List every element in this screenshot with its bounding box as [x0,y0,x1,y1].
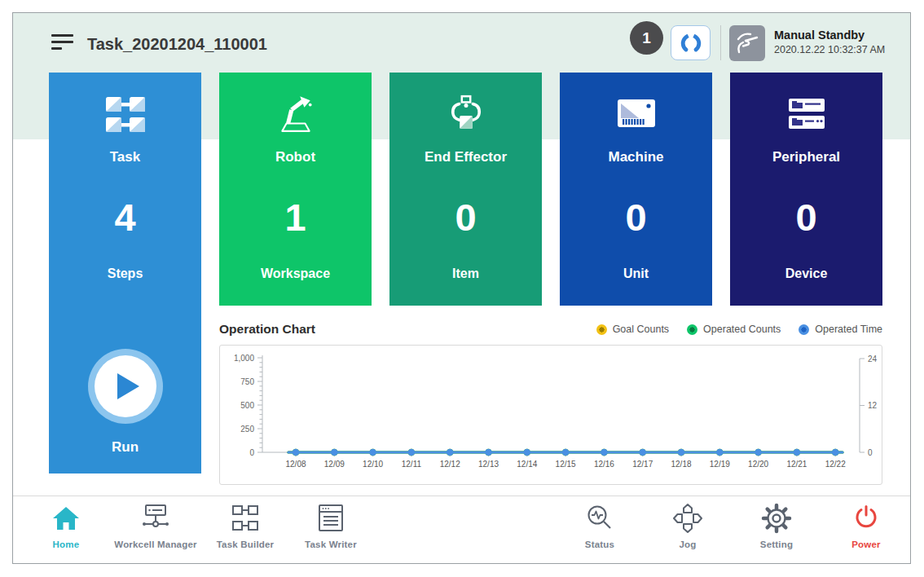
legend-label: Operated Time [815,324,882,335]
hand-gesture-icon [733,29,761,57]
card-value: 4 [49,195,201,240]
topbar-divider [720,25,721,60]
card-title: End Effector [389,149,542,165]
svg-text:12/17: 12/17 [632,460,653,469]
card-unit: Workspace [219,266,372,281]
nav-label: Home [53,540,80,549]
card-title: Task [49,149,201,165]
setting-icon [761,502,792,535]
operated-counts-dot-icon [687,324,697,335]
svg-text:750: 750 [240,377,254,386]
svg-text:12/12: 12/12 [440,460,460,469]
svg-text:500: 500 [240,401,254,410]
manual-mode-button[interactable] [729,25,765,61]
svg-text:12/16: 12/16 [594,460,614,469]
legend-operated-time[interactable]: Operated Time [799,324,882,335]
nav-label: Jog [679,540,696,549]
menu-button[interactable] [51,32,74,53]
card-value: 0 [560,195,712,240]
svg-text:12/09: 12/09 [324,460,345,469]
svg-text:12/20: 12/20 [748,460,768,469]
play-icon [95,355,156,417]
status-icon [584,502,615,535]
goal-counts-dot-icon [596,324,607,335]
card-title: Peripheral [730,149,882,165]
svg-text:12/15: 12/15 [556,460,576,469]
task-builder-icon [227,502,263,535]
nav-power[interactable]: Power [805,502,924,549]
card-machine[interactable]: Machine 0 Unit [560,73,712,306]
card-end-effector[interactable]: End Effector 0 Item [389,73,542,306]
home-icon [51,502,81,535]
svg-text:24: 24 [868,355,878,363]
card-value: 0 [730,195,882,240]
nav-label: Setting [760,540,793,549]
card-value: 0 [389,195,542,240]
svg-text:12/19: 12/19 [710,460,730,469]
nav-label: Power [851,540,881,549]
nav-label: Status [585,540,614,549]
status-timestamp: 2020.12.22 10:32:37 AM [774,44,885,55]
svg-text:12: 12 [868,401,878,410]
run-button[interactable] [88,349,163,424]
card-unit: Unit [560,266,712,281]
card-unit: Device [730,266,882,281]
svg-text:12/18: 12/18 [671,460,691,469]
card-peripheral[interactable]: Peripheral 0 Device [730,73,882,306]
run-label: Run [49,439,201,456]
robot-mode-button[interactable] [671,25,711,60]
notification-badge[interactable]: 1 [630,21,663,55]
svg-text:0: 0 [249,448,254,457]
task-writer-icon [315,502,347,535]
power-icon [851,502,881,535]
nav-task-writer[interactable]: Task Writer [270,502,392,549]
operation-chart: 02505007501,00012/0812/0912/1012/1112/12… [219,345,882,485]
svg-text:12/14: 12/14 [517,460,537,469]
svg-text:12/21: 12/21 [786,460,807,469]
legend-operated-counts[interactable]: Operated Counts [687,324,781,335]
card-value: 1 [219,195,372,240]
workcell-manager-icon [138,502,174,535]
svg-text:12/11: 12/11 [402,460,422,469]
svg-text:0: 0 [868,448,873,457]
card-unit: Steps [49,266,201,281]
gripper-icon [677,29,705,57]
legend-label: Goal Counts [613,324,669,335]
svg-text:12/13: 12/13 [478,460,499,469]
robot-icon [219,89,372,139]
machine-icon [560,89,712,139]
nav-label: Task Builder [217,540,275,549]
card-unit: Item [389,266,542,281]
card-title: Robot [219,149,372,165]
svg-text:250: 250 [240,425,254,434]
operation-chart-svg: 02505007501,00012/0812/0912/1012/1112/12… [220,346,882,484]
card-task[interactable]: Task 4 Steps Run [49,73,201,473]
page-title: Task_20201204_110001 [87,35,267,54]
jog-icon [671,502,704,535]
app-frame: Task_20201204_110001 1 Manual Standby 20… [12,12,911,564]
svg-text:12/08: 12/08 [285,460,306,469]
chart-title: Operation Chart [219,322,315,337]
mode-label: Manual Standby [774,29,885,42]
legend-label: Operated Counts [703,324,781,335]
legend-goal-counts[interactable]: Goal Counts [596,324,669,335]
footer-divider [13,496,910,496]
nav-label: Task Writer [305,540,357,549]
robot-status: Manual Standby 2020.12.22 10:32:37 AM [774,29,885,55]
peripheral-icon [730,89,882,139]
card-robot[interactable]: Robot 1 Workspace [219,73,372,306]
chart-legend: Goal Counts Operated Counts Operated Tim… [596,324,882,335]
task-icon [49,89,201,139]
end-effector-icon [389,89,542,139]
svg-text:12/22: 12/22 [825,460,846,469]
svg-text:1,000: 1,000 [234,354,254,363]
card-title: Machine [560,149,712,165]
operated-time-dot-icon [799,324,809,335]
svg-text:12/10: 12/10 [363,460,383,469]
